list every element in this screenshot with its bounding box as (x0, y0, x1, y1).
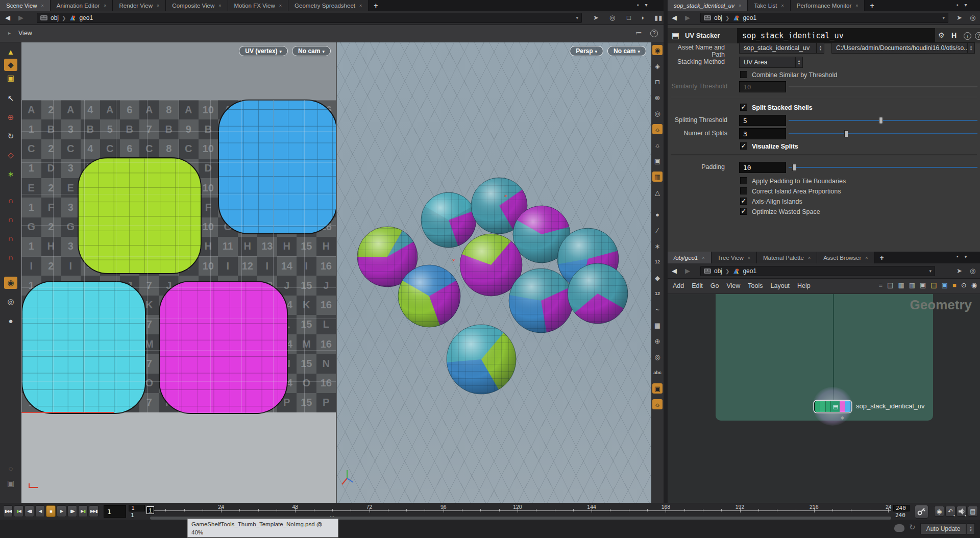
menu-go[interactable]: Go (710, 282, 719, 289)
splitting-threshold-slider[interactable] (789, 120, 977, 121)
scale-tool-icon[interactable]: ◇ (4, 149, 17, 161)
menu-tools[interactable]: Tools (748, 282, 763, 289)
pane-maximize-icon[interactable]: ▪ (637, 2, 639, 8)
back-button[interactable]: ◀ (672, 14, 677, 21)
breadcrumb[interactable]: obj ❯ geo1 ▾ (700, 13, 948, 23)
display-options-eye-icon[interactable]: ◉ (652, 45, 663, 55)
lamp-icon[interactable]: ☼ (652, 399, 663, 409)
radial-menu-icon[interactable]: ◎ (970, 267, 975, 275)
combine-checkbox[interactable] (740, 71, 747, 78)
help-icon[interactable]: ? (650, 29, 658, 37)
shading-sphere-icon[interactable]: ◑ (640, 14, 644, 21)
shelf-box-tool-icon[interactable]: ▣ (4, 72, 17, 84)
node-flag-stripe[interactable] (826, 401, 831, 412)
help-icon[interactable]: ? (975, 31, 980, 40)
breadcrumb-dropdown-icon[interactable]: ▾ (942, 15, 945, 20)
snap-toggle-icon[interactable]: ∩ (4, 251, 17, 263)
select-tool-icon[interactable]: ↖ (4, 92, 17, 105)
perspective-viewport[interactable]: × × Persp▾ No cam▾ (337, 42, 651, 503)
stop-button[interactable]: ■ (46, 505, 56, 517)
close-tab-icon[interactable]: × (218, 3, 221, 8)
new-tab-button[interactable]: + (865, 0, 879, 11)
tab--obj-geo1[interactable]: /obj/geo1× (668, 252, 712, 263)
set-key-button[interactable] (915, 505, 928, 519)
spinner-icon[interactable]: ▲▼ (795, 57, 803, 68)
uv-sphere[interactable] (447, 325, 516, 394)
axis-align-checkbox[interactable]: ✓ (740, 198, 747, 205)
prim-numbers-icon[interactable]: 12 (652, 288, 663, 299)
back-button[interactable]: ◀ (672, 267, 677, 275)
text-overlay-icon[interactable]: abc (652, 368, 663, 378)
breadcrumb-dropdown-icon[interactable]: ▾ (576, 15, 578, 20)
auto-update-dropdown[interactable]: Auto Update (920, 523, 966, 534)
point-markers-icon[interactable]: ∗ (652, 241, 663, 251)
display-mode-icon[interactable]: ● (4, 314, 17, 327)
headlight-icon[interactable]: ☼ (652, 124, 663, 134)
pane-divider[interactable] (664, 0, 668, 503)
close-tab-icon[interactable]: × (104, 3, 106, 8)
menu-layout[interactable]: Layout (771, 282, 790, 289)
lock-camera-icon[interactable]: ⊓ (652, 77, 663, 87)
radial-menu-icon[interactable]: ◎ (970, 14, 975, 21)
grid-mode-icon[interactable]: ▦ (898, 281, 904, 289)
window-layout-icon[interactable]: ▣ (920, 281, 926, 289)
new-tab-button[interactable]: + (369, 0, 383, 11)
slider-handle[interactable] (792, 164, 796, 171)
close-tab-icon[interactable]: × (748, 255, 750, 260)
splitting-threshold-field[interactable]: 5 (739, 115, 786, 126)
view-options-icon[interactable]: ≔ (635, 29, 642, 37)
pin-icon[interactable]: ➤ (593, 14, 599, 21)
tab-performance-monitor[interactable]: Performance Monitor× (791, 0, 865, 11)
view-tool-icon[interactable]: ◎ (4, 296, 17, 308)
pane-grip-icon[interactable]: ▸ (8, 30, 11, 36)
thumbnail-mode-icon[interactable]: ▥ (909, 281, 915, 289)
new-tab-button[interactable]: + (875, 252, 889, 263)
refresh-icon[interactable]: ↻ (909, 523, 916, 532)
snap-grid-icon[interactable]: ∩ (4, 194, 17, 206)
network-canvas[interactable]: Geometry ▤ sop_stack_identical_uv ◆ (668, 294, 980, 503)
node-wire[interactable] (833, 294, 834, 402)
align-nodes-icon[interactable]: ≡ (879, 281, 883, 289)
close-tab-icon[interactable]: × (781, 3, 784, 8)
wireframe-cube-icon[interactable]: □ (627, 14, 631, 21)
jump-begin-button[interactable]: ▮◀◀ (3, 505, 13, 517)
playhead-marker[interactable]: 1 (146, 506, 154, 514)
breadcrumb-geo1[interactable]: geo1 (743, 14, 756, 21)
close-tab-icon[interactable]: × (359, 3, 362, 8)
viewport-snapshot-icon[interactable]: ▣ (4, 477, 17, 490)
uv-sphere[interactable] (568, 263, 628, 324)
close-tab-icon[interactable]: × (41, 3, 44, 8)
sticky-note-icon[interactable]: ▤ (930, 281, 937, 289)
spinner-icon[interactable]: ▲▼ (817, 42, 824, 54)
snap-point-icon[interactable]: ∩ (4, 232, 17, 244)
tab-render-view[interactable]: Render View× (113, 0, 166, 11)
uv-mode-pill[interactable]: UV (vertex)▾ (239, 46, 288, 56)
pane-menu-icon[interactable]: ▾ (965, 254, 967, 259)
gear-icon[interactable]: ⚙ (938, 31, 945, 39)
node-flag-stripe[interactable] (845, 401, 851, 412)
background-image-icon[interactable]: ▣ (652, 383, 663, 394)
tab-motion-fx-view[interactable]: Motion FX View× (228, 0, 289, 11)
breadcrumb-obj[interactable]: obj (51, 14, 59, 21)
pin-icon[interactable]: ➤ (957, 267, 962, 275)
num-splits-slider[interactable] (789, 133, 977, 134)
spinner-icon[interactable]: ▲▼ (967, 42, 975, 54)
network-pane-controls[interactable]: ▪ ▾ (957, 254, 967, 259)
uv-viewport[interactable]: A2A4A6A8A10A12A14A161B3B5B7B9B11B13B15BC… (21, 42, 336, 503)
close-tab-icon[interactable]: × (157, 3, 159, 8)
handles-overlay-icon[interactable]: ▦ (652, 320, 663, 330)
shelf-active-tool-icon[interactable]: ◆ (4, 59, 17, 71)
node-name-field[interactable]: sop_stack_identical_uv (737, 28, 935, 43)
rotate-tool-icon[interactable]: ↻ (4, 130, 17, 142)
jump-end-button[interactable]: ▶▶▮ (89, 505, 99, 517)
prev-key-button[interactable]: ▮◀ (14, 505, 23, 517)
show-points-icon[interactable]: ● (652, 209, 663, 219)
menu-add[interactable]: Add (673, 282, 684, 289)
sop-node[interactable]: ▤ (814, 401, 851, 412)
close-tab-icon[interactable]: × (279, 3, 282, 8)
stacking-method-dropdown[interactable]: UV Area (739, 57, 795, 68)
step-forward-button[interactable]: ▮▶ (67, 505, 77, 517)
breadcrumb-obj[interactable]: obj (714, 14, 722, 21)
visualize-splits-checkbox[interactable]: ✓ (740, 142, 747, 150)
node-flag-stripe[interactable] (815, 401, 820, 412)
